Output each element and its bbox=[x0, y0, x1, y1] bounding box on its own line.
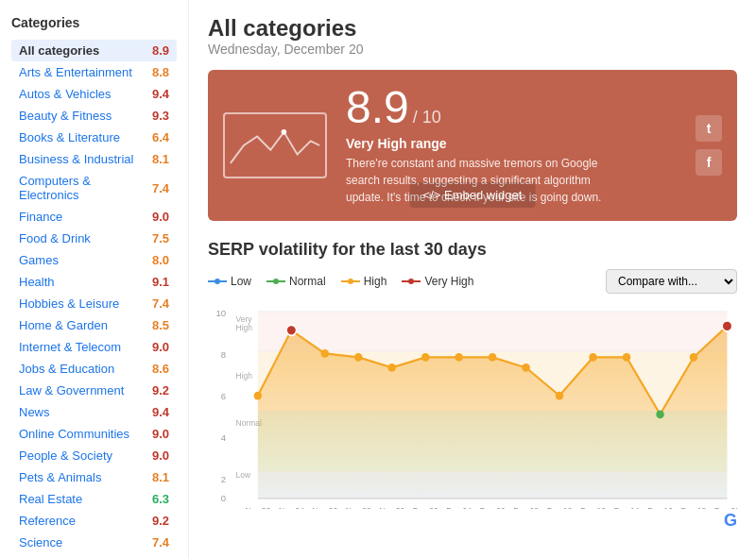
svg-text:Nov 28: Nov 28 bbox=[346, 506, 371, 509]
main-content: All categories Wednesday, December 20 8.… bbox=[189, 0, 756, 558]
svg-point-33 bbox=[354, 353, 362, 362]
sidebar-item-news[interactable]: News9.4 bbox=[11, 401, 177, 423]
svg-point-38 bbox=[522, 364, 529, 372]
sidebar-item-reference[interactable]: Reference9.2 bbox=[11, 510, 177, 532]
legend-low: Low bbox=[208, 275, 251, 288]
svg-point-32 bbox=[321, 349, 329, 358]
svg-text:8: 8 bbox=[221, 349, 226, 360]
svg-text:10: 10 bbox=[215, 308, 226, 318]
svg-text:Dec 08: Dec 08 bbox=[513, 506, 539, 509]
svg-text:Dec 18: Dec 18 bbox=[681, 506, 707, 509]
score-suffix: / 10 bbox=[413, 108, 441, 127]
sidebar-item-home-and-garden[interactable]: Home & Garden8.5 bbox=[11, 314, 177, 336]
svg-point-6 bbox=[348, 279, 353, 284]
score-chart-preview bbox=[223, 112, 327, 178]
sidebar-item-science[interactable]: Science7.4 bbox=[11, 532, 177, 553]
svg-text:Normal: Normal bbox=[236, 418, 262, 428]
sidebar-item-arts-and-entertainment[interactable]: Arts & Entertainment8.8 bbox=[11, 61, 177, 83]
embed-widget-button[interactable]: </> Embed widget bbox=[410, 182, 536, 208]
svg-point-41 bbox=[623, 353, 630, 362]
svg-point-39 bbox=[556, 392, 563, 400]
sidebar-item-finance[interactable]: Finance9.0 bbox=[11, 206, 177, 228]
twitter-button[interactable]: t bbox=[696, 115, 722, 142]
svg-rect-20 bbox=[258, 312, 728, 351]
legend-low-label: Low bbox=[231, 275, 251, 288]
svg-point-31 bbox=[286, 325, 297, 335]
svg-point-4 bbox=[273, 279, 279, 284]
sidebar-item-business-and-industrial[interactable]: Business & Industrial8.1 bbox=[11, 148, 177, 170]
svg-point-42 bbox=[656, 411, 663, 419]
svg-point-40 bbox=[589, 353, 596, 362]
svg-text:Dec 02: Dec 02 bbox=[413, 506, 438, 509]
legend-very-high: Very High bbox=[402, 275, 473, 288]
sidebar-item-food-and-drink[interactable]: Food & Drink7.5 bbox=[11, 228, 177, 249]
svg-text:Dec 20: Dec 20 bbox=[714, 506, 737, 509]
svg-text:Dec 16: Dec 16 bbox=[647, 506, 673, 509]
score-value: 8.9 bbox=[346, 85, 409, 130]
sidebar: Categories All categories8.9Arts & Enter… bbox=[0, 0, 189, 558]
svg-text:Dec 04: Dec 04 bbox=[446, 506, 472, 509]
google-badge: G bbox=[724, 511, 737, 530]
sidebar-item-games[interactable]: Games8.0 bbox=[11, 249, 177, 271]
svg-text:6: 6 bbox=[221, 391, 226, 401]
chart-title: SERP volatility for the last 30 days bbox=[208, 240, 737, 260]
sidebar-item-autos-and-vehicles[interactable]: Autos & Vehicles9.4 bbox=[11, 83, 177, 105]
svg-text:4: 4 bbox=[221, 432, 227, 443]
sidebar-item-internet-and-telecom[interactable]: Internet & Telecom9.0 bbox=[11, 336, 177, 358]
category-list: All categories8.9Arts & Entertainment8.8… bbox=[11, 40, 177, 558]
svg-point-34 bbox=[388, 364, 396, 372]
sidebar-item-computers-and-electronics[interactable]: Computers & Electronics7.4 bbox=[11, 170, 177, 206]
sidebar-item-shopping[interactable]: Shopping9.1 bbox=[11, 553, 177, 558]
social-buttons: t f bbox=[696, 115, 722, 176]
sidebar-item-jobs-and-education[interactable]: Jobs & Education8.6 bbox=[11, 358, 177, 380]
page-subtitle: Wednesday, December 20 bbox=[208, 42, 737, 57]
sidebar-item-health[interactable]: Health9.1 bbox=[11, 271, 177, 293]
sidebar-item-books-and-literature[interactable]: Books & Literature6.4 bbox=[11, 127, 177, 148]
legend-normal-label: Normal bbox=[289, 275, 326, 288]
svg-text:Dec 06: Dec 06 bbox=[480, 506, 506, 509]
svg-text:Nov 26: Nov 26 bbox=[312, 506, 337, 509]
legend-high-label: High bbox=[364, 275, 387, 288]
sidebar-item-online-communities[interactable]: Online Communities9.0 bbox=[11, 423, 177, 445]
svg-text:0: 0 bbox=[221, 493, 227, 503]
svg-point-2 bbox=[215, 279, 220, 284]
svg-point-0 bbox=[282, 129, 287, 135]
sidebar-item-all-categories[interactable]: All categories8.9 bbox=[11, 40, 177, 61]
svg-text:Nov 30: Nov 30 bbox=[379, 506, 404, 509]
svg-point-8 bbox=[408, 279, 414, 284]
svg-text:High: High bbox=[236, 323, 253, 332]
svg-text:Dec 12: Dec 12 bbox=[580, 506, 606, 509]
svg-text:Low: Low bbox=[236, 470, 251, 480]
sidebar-item-hobbies-and-leisure[interactable]: Hobbies & Leisure7.4 bbox=[11, 293, 177, 314]
score-card: 8.9 / 10 Very High range There're consta… bbox=[208, 70, 737, 221]
svg-point-35 bbox=[421, 353, 429, 362]
page-title: All categories bbox=[208, 15, 737, 42]
sidebar-title: Categories bbox=[11, 15, 177, 30]
sidebar-item-people-and-society[interactable]: People & Society9.0 bbox=[11, 445, 177, 466]
sidebar-item-law-and-government[interactable]: Law & Government9.2 bbox=[11, 380, 177, 401]
svg-text:Nov 24: Nov 24 bbox=[279, 506, 304, 509]
svg-text:High: High bbox=[236, 371, 253, 380]
svg-point-30 bbox=[254, 392, 262, 400]
svg-point-44 bbox=[722, 321, 732, 331]
chart-area: 10 8 6 4 2 0 Very High High Normal Low bbox=[208, 301, 737, 509]
sidebar-item-real-estate[interactable]: Real Estate6.3 bbox=[11, 488, 177, 510]
svg-text:2: 2 bbox=[221, 474, 226, 484]
svg-text:Dec 10: Dec 10 bbox=[547, 506, 573, 509]
sidebar-item-beauty-and-fitness[interactable]: Beauty & Fitness9.3 bbox=[11, 105, 177, 127]
svg-point-36 bbox=[455, 353, 462, 362]
svg-text:Nov 22: Nov 22 bbox=[245, 506, 270, 509]
svg-text:Dec 14: Dec 14 bbox=[614, 506, 640, 509]
svg-point-37 bbox=[489, 353, 496, 362]
legend-high: High bbox=[341, 275, 387, 288]
legend-very-high-label: Very High bbox=[424, 275, 473, 288]
score-range-label: Very High range bbox=[346, 136, 680, 151]
svg-point-43 bbox=[690, 353, 697, 362]
chart-legend: Low Normal High Very High Compare with..… bbox=[208, 269, 737, 294]
facebook-button[interactable]: f bbox=[696, 149, 722, 176]
legend-normal: Normal bbox=[266, 275, 326, 288]
sidebar-item-pets-and-animals[interactable]: Pets & Animals8.1 bbox=[11, 466, 177, 488]
compare-select[interactable]: Compare with... bbox=[606, 269, 737, 294]
